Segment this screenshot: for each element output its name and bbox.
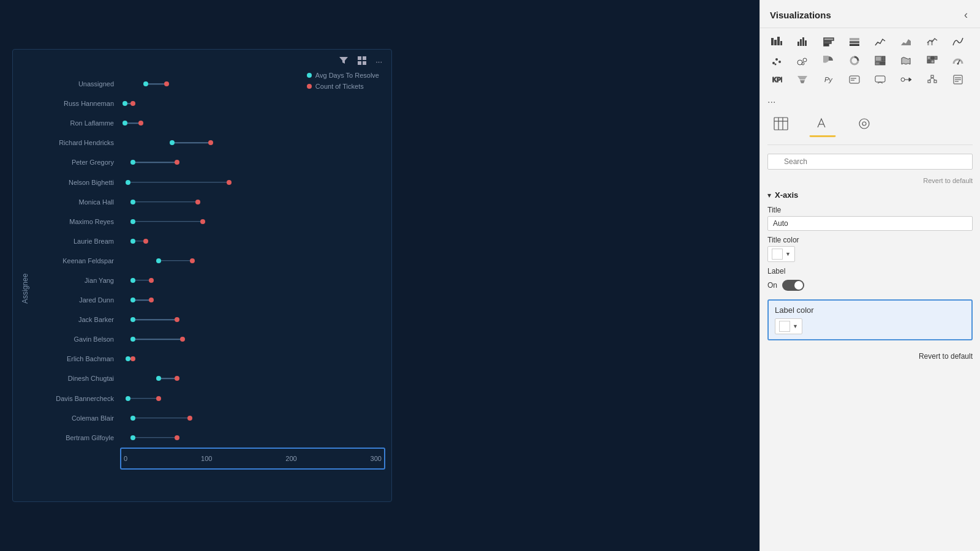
viz-icon-pie[interactable] <box>820 52 838 69</box>
legend-dot-count <box>307 84 312 89</box>
label-color-label: Label color <box>775 305 965 315</box>
svg-point-23 <box>778 61 781 63</box>
svg-point-21 <box>772 62 775 64</box>
dumbbell-dot-avg <box>156 376 161 381</box>
dumbbell-dot-avg <box>130 435 135 440</box>
viz-icon-donut[interactable] <box>845 52 864 69</box>
viz-icon-100pct[interactable] <box>845 33 864 50</box>
chart-row: Jack Barker <box>31 313 379 326</box>
panel-back-button[interactable]: ‹ <box>962 9 970 21</box>
toggle-thumb <box>794 281 803 290</box>
dumbbell-dot-count <box>227 180 232 185</box>
dumbbell-line <box>159 260 192 261</box>
viz-icon-scatter[interactable] <box>767 52 786 69</box>
row-track <box>120 182 379 183</box>
svg-rect-32 <box>880 62 885 65</box>
viz-icon-matrix[interactable] <box>923 52 941 69</box>
viz-icon-stacked-bar[interactable] <box>820 33 838 50</box>
x-axis-section-header[interactable]: ▾ X-axis <box>760 187 980 203</box>
viz-icon-ribbon[interactable] <box>949 33 967 50</box>
chart-row: Monica Hall <box>31 195 379 209</box>
viz-large-icons <box>760 107 980 141</box>
svg-marker-41 <box>800 80 805 83</box>
x-axis-area: 0 100 200 300 <box>31 448 385 478</box>
viz-icon-funnel[interactable] <box>793 71 812 88</box>
svg-rect-13 <box>824 41 831 43</box>
title-input[interactable] <box>767 216 973 231</box>
chart-row: Erlich Bachman <box>31 352 379 365</box>
viz-icon-paginated[interactable] <box>949 71 967 88</box>
viz-large-table[interactable] <box>767 110 794 137</box>
dumbbell-dot-count <box>138 121 143 126</box>
dumbbell-dot-count <box>187 416 192 421</box>
viz-large-analytics[interactable] <box>851 110 878 137</box>
dumbbell-dot-avg <box>130 219 135 224</box>
viz-icon-area[interactable] <box>897 33 915 50</box>
label-toggle-label: On <box>767 281 777 290</box>
row-label: Maximo Reyes <box>31 218 120 225</box>
viz-icon-treemap[interactable] <box>871 52 889 69</box>
row-label: Coleman Blair <box>31 414 120 422</box>
viz-icon-map[interactable] <box>897 52 915 69</box>
label-prop-row: Label On <box>760 264 980 296</box>
row-track <box>120 319 379 320</box>
label-section-title: Label <box>767 267 973 276</box>
dumbbell-dot-avg <box>130 337 135 342</box>
viz-icon-line[interactable] <box>871 33 889 50</box>
row-track <box>120 260 379 261</box>
label-toggle[interactable] <box>782 280 804 291</box>
viz-icon-gauge[interactable] <box>949 52 967 69</box>
viz-large-format[interactable] <box>809 110 836 137</box>
svg-rect-59 <box>774 118 788 130</box>
revert-top-label: Revert to default <box>760 174 980 187</box>
row-label: Gavin Belson <box>31 335 120 343</box>
viz-icon-smart-narrative[interactable] <box>845 71 864 88</box>
svg-rect-3 <box>363 61 366 65</box>
svg-rect-4 <box>771 38 774 45</box>
viz-icon-bubble[interactable] <box>793 52 812 69</box>
svg-rect-10 <box>802 37 804 46</box>
viz-icon-column[interactable] <box>793 33 812 50</box>
svg-rect-15 <box>850 38 859 40</box>
dumbbell-dot-avg <box>126 356 130 361</box>
svg-rect-37 <box>931 60 934 63</box>
row-label: Russ Hanneman <box>31 100 120 107</box>
filter-button[interactable] <box>336 54 352 69</box>
chart-row: Davis Bannercheck <box>31 392 379 405</box>
more-options-button[interactable]: ··· <box>372 54 385 69</box>
chart-row: Bertram Gilfoyle <box>31 431 379 444</box>
dumbbell-dot-count <box>130 356 135 361</box>
svg-rect-51 <box>928 80 930 83</box>
title-color-swatch-button[interactable]: ▼ <box>767 246 795 262</box>
dumbbell-line <box>133 437 177 438</box>
viz-icon-decomp[interactable] <box>923 71 941 88</box>
dumbbell-dot-count <box>156 396 161 401</box>
viz-icon-metrics[interactable] <box>897 71 915 88</box>
legend-item-avg: Avg Days To Resolve <box>307 72 379 79</box>
viz-icon-q-and-a[interactable] <box>871 71 889 88</box>
dumbbell-dot-avg <box>123 101 127 106</box>
dumbbell-dot-avg <box>123 121 127 126</box>
dumbbell-dot-count <box>175 317 179 322</box>
label-color-swatch-button[interactable]: ▼ <box>775 318 802 334</box>
row-track <box>120 83 379 84</box>
svg-rect-31 <box>875 62 880 65</box>
viz-icon-combo[interactable] <box>923 33 941 50</box>
table-view-button[interactable] <box>354 54 370 69</box>
viz-icon-bar[interactable] <box>767 33 786 50</box>
chart-container: ··· Avg Days To Resolve Count of Tickets… <box>12 49 392 502</box>
dumbbell-dot-count <box>195 200 200 204</box>
row-track <box>120 437 379 438</box>
x-tick-300: 300 <box>371 455 382 462</box>
row-label: Ron Laflamme <box>31 119 120 127</box>
dumbbell-line <box>133 418 190 419</box>
svg-rect-36 <box>927 60 930 63</box>
dumbbell-line <box>133 201 198 203</box>
svg-rect-7 <box>780 41 782 45</box>
viz-icon-r-script[interactable]: Py <box>820 71 838 88</box>
dumbbell-dot-avg <box>130 317 135 322</box>
revert-default-button[interactable]: Revert to default <box>919 352 973 361</box>
viz-icon-kpi[interactable]: KPI <box>767 71 786 88</box>
svg-rect-14 <box>824 44 829 46</box>
search-input[interactable] <box>767 154 973 170</box>
